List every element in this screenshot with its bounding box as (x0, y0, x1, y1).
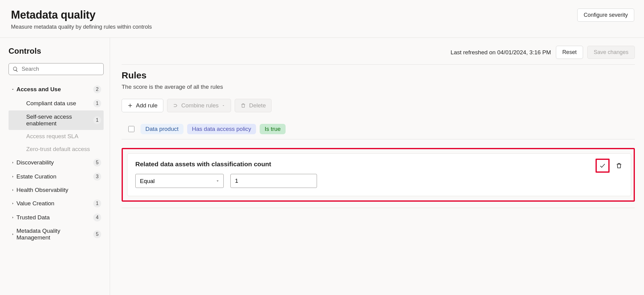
sidebar: Controls Access and Use 2 Compliant data… (0, 38, 110, 295)
count-badge: 1 (93, 116, 101, 124)
rules-heading: Rules (122, 70, 635, 81)
highlight-box: Related data assets with classification … (122, 148, 635, 202)
content-topbar: Last refreshed on 04/01/2024, 3:16 PM Re… (122, 44, 635, 65)
control-group-label: Metadata Quality Management (16, 228, 93, 241)
chevron-right-icon (9, 215, 16, 220)
search-wrap (9, 63, 104, 75)
control-child-label: Zero-trust default access (26, 146, 101, 153)
combine-icon (173, 103, 178, 108)
save-changes-button[interactable]: Save changes (587, 46, 635, 59)
control-group-label: Estate Curation (16, 173, 93, 180)
chevron-down-icon (222, 104, 225, 107)
control-group-label: Health Observability (16, 187, 101, 193)
control-group-discoverability[interactable]: Discoverability 5 (9, 156, 104, 170)
control-child-compliant[interactable]: Compliant data use 1 (9, 96, 104, 110)
control-child-label: Access request SLA (26, 133, 101, 140)
confirm-rule-button[interactable] (596, 159, 610, 173)
page-subtitle: Measure metadata quality by defining rul… (11, 24, 152, 30)
trash-icon (616, 162, 622, 169)
chevron-right-icon (9, 188, 16, 192)
value-input[interactable] (230, 174, 317, 188)
content: Last refreshed on 04/01/2024, 3:16 PM Re… (110, 38, 644, 295)
rule-row: Data product Has data access policy Is t… (122, 119, 635, 139)
configure-severity-button[interactable]: Configure severity (577, 9, 634, 22)
count-badge: 2 (93, 85, 101, 93)
delete-rule-icon-button[interactable] (612, 159, 626, 173)
delete-rule-button[interactable]: Delete (235, 99, 272, 112)
control-group-label: Discoverability (16, 159, 93, 166)
control-group-label: Access and Use (16, 86, 93, 93)
search-input[interactable] (22, 66, 100, 72)
rule-row-checkbox[interactable] (128, 126, 134, 132)
control-group-label: Trusted Data (16, 214, 93, 221)
control-child-selfserve[interactable]: Self-serve access enablement 1 (9, 110, 104, 130)
control-child-label: Self-serve access enablement (26, 113, 93, 127)
combine-rules-button[interactable]: Combine rules (167, 99, 231, 112)
check-icon (599, 162, 606, 169)
control-child-zerotrust[interactable]: Zero-trust default access (9, 143, 104, 156)
count-badge: 5 (93, 230, 101, 238)
rule-editor-card: Related data assets with classification … (127, 153, 631, 196)
chevron-right-icon (9, 201, 16, 206)
control-group-value[interactable]: Value Creation 1 (9, 196, 104, 210)
delete-rule-label: Delete (249, 102, 266, 109)
control-group-trusted[interactable]: Trusted Data 4 (9, 210, 104, 225)
add-rule-button[interactable]: Add rule (122, 99, 163, 112)
last-refreshed-text: Last refreshed on 04/01/2024, 3:16 PM (450, 49, 551, 56)
plus-icon (127, 103, 133, 108)
control-group-health[interactable]: Health Observability (9, 184, 104, 196)
search-icon (12, 66, 19, 72)
rule-editor-title: Related data assets with classification … (135, 160, 623, 168)
page-title: Metadata quality (11, 9, 152, 21)
operator-select[interactable]: Equal (135, 174, 224, 188)
operator-select-wrap: Equal (135, 174, 224, 188)
pill-value[interactable]: Is true (260, 124, 286, 134)
chevron-right-icon (9, 232, 16, 236)
add-rule-label: Add rule (136, 102, 158, 109)
control-child-label: Compliant data use (26, 100, 93, 107)
reset-button[interactable]: Reset (556, 46, 583, 59)
count-badge: 1 (93, 99, 101, 107)
control-group-estate[interactable]: Estate Curation 3 (9, 170, 104, 184)
control-group-mqm[interactable]: Metadata Quality Management 5 (9, 225, 104, 244)
control-group-access[interactable]: Access and Use 2 (9, 82, 104, 96)
sidebar-title: Controls (9, 46, 104, 56)
combine-rules-label: Combine rules (181, 102, 219, 109)
chevron-right-icon (9, 160, 16, 165)
pill-attribute[interactable]: Has data access policy (187, 124, 256, 134)
count-badge: 1 (93, 200, 101, 207)
rules-description: The score is the average of all the rule… (122, 84, 635, 90)
control-child-sla[interactable]: Access request SLA (9, 130, 104, 143)
pill-entity[interactable]: Data product (141, 124, 183, 134)
count-badge: 4 (93, 214, 101, 221)
page-header: Metadata quality Measure metadata qualit… (0, 0, 644, 38)
chevron-down-icon (9, 87, 16, 92)
control-group-label: Value Creation (16, 200, 93, 207)
chevron-right-icon (9, 174, 16, 179)
count-badge: 3 (93, 173, 101, 181)
divider (122, 208, 635, 208)
count-badge: 5 (93, 159, 101, 167)
trash-icon (240, 103, 246, 108)
